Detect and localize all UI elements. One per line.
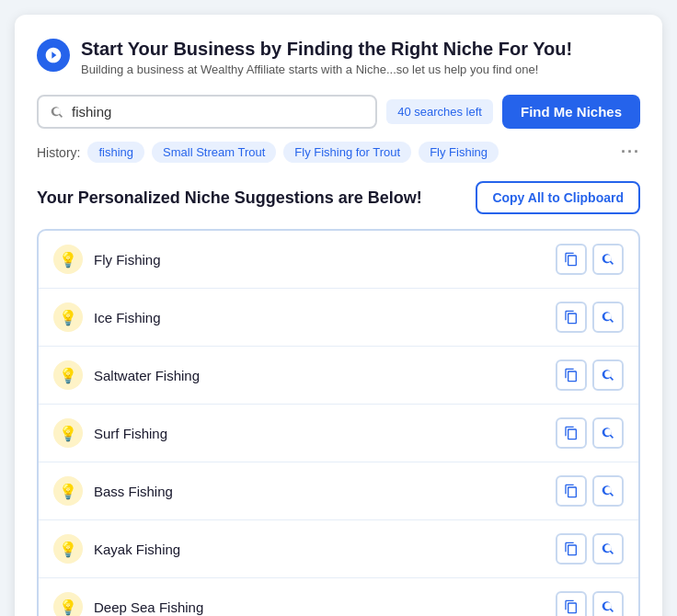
suggestions-title: Your Personalized Niche Suggestions are … [37,188,422,208]
niche-actions [556,591,624,616]
search-icon [50,105,64,120]
copy-icon [564,484,579,498]
niche-name: Bass Fishing [94,484,545,499]
niche-item: 💡 Saltwater Fishing [39,347,638,405]
find-niches-button[interactable]: Find Me Niches [502,95,640,129]
copy-niche-button[interactable] [556,591,587,616]
search-niche-button[interactable] [592,244,624,275]
bulb-icon: 💡 [53,534,83,564]
search-row: 40 searches left Find Me Niches [37,95,640,129]
search-niche-button[interactable] [592,302,624,333]
bulb-icon: 💡 [53,476,83,506]
search-niche-icon [601,310,615,325]
niche-actions [556,417,624,449]
copy-niche-button[interactable] [556,302,587,333]
niche-item: 💡 Surf Fishing [39,405,638,462]
copy-niche-button[interactable] [556,417,587,449]
history-more-button[interactable]: ··· [621,143,640,162]
niche-item: 💡 Deep Sea Fishing [39,578,638,616]
copy-niche-button[interactable] [556,244,587,275]
copy-icon [564,252,579,267]
niche-item: 💡 Fly Fishing [39,231,638,289]
copy-all-button[interactable]: Copy All to Clipboard [476,181,640,214]
copy-icon [564,426,579,440]
niche-actions [556,475,624,507]
search-box [37,95,377,129]
history-tag-small-stream-trout[interactable]: Small Stream Trout [152,142,276,163]
niche-item: 💡 Ice Fishing [39,289,638,347]
header-text: Start Your Business by Finding the Right… [81,37,572,76]
copy-niche-button[interactable] [556,359,587,391]
search-niche-button[interactable] [592,591,624,616]
suggestions-header: Your Personalized Niche Suggestions are … [37,181,640,214]
search-niche-button[interactable] [592,359,624,391]
page-title: Start Your Business by Finding the Right… [81,37,572,61]
niche-actions [556,302,624,333]
niche-item: 💡 Kayak Fishing [39,520,638,578]
niche-name: Deep Sea Fishing [94,599,545,615]
copy-icon [564,599,579,614]
history-label: History: [37,145,80,160]
niche-item: 💡 Bass Fishing [39,462,638,520]
bulb-icon: 💡 [53,360,83,390]
search-niche-button[interactable] [592,533,624,565]
search-niche-button[interactable] [592,475,624,507]
search-niche-icon [601,484,615,498]
searches-left-badge: 40 searches left [386,99,493,124]
bulb-icon: 💡 [53,245,83,274]
history-tag-fishing[interactable]: fishing [87,142,144,163]
niche-actions [556,244,624,275]
bulb-icon: 💡 [53,592,83,616]
search-niche-icon [601,368,615,382]
history-tag-fly-fishing[interactable]: Fly Fishing [419,142,499,163]
logo-icon [37,39,70,72]
copy-niche-button[interactable] [556,475,587,507]
search-niche-icon [601,252,615,267]
niche-name: Kayak Fishing [94,542,545,557]
search-niche-button[interactable] [592,417,624,449]
niche-actions [556,533,624,565]
niche-name: Surf Fishing [94,426,545,441]
copy-icon [564,542,579,556]
niche-list: 💡 Fly Fishing 💡 Ice Fishing [37,229,640,616]
main-card: Start Your Business by Finding the Right… [15,15,662,616]
page-subtitle: Building a business at Wealthy Affiliate… [81,63,572,76]
search-niche-icon [601,426,615,440]
copy-icon [564,310,579,325]
search-niche-icon [601,542,615,556]
copy-niche-button[interactable] [556,533,587,565]
niche-name: Fly Fishing [94,252,545,268]
search-niche-icon [601,599,615,614]
niche-name: Ice Fishing [94,310,545,325]
search-input[interactable] [72,104,364,120]
page-header: Start Your Business by Finding the Right… [37,37,640,76]
history-tag-fly-fishing-for-trout[interactable]: Fly Fishing for Trout [283,142,411,163]
bulb-icon: 💡 [53,302,83,332]
bulb-icon: 💡 [53,418,83,448]
copy-icon [564,368,579,382]
niche-name: Saltwater Fishing [94,368,545,383]
history-row: History: fishing Small Stream Trout Fly … [37,142,640,163]
niche-actions [556,359,624,391]
